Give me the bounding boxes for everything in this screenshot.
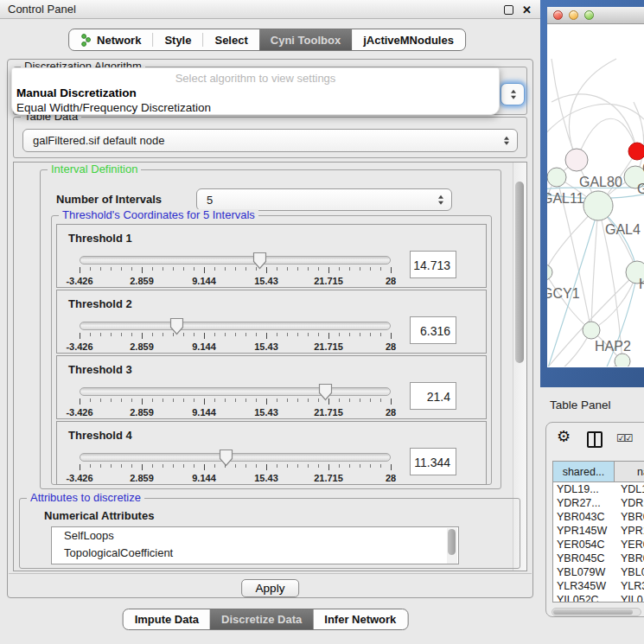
popup-option-manual-discretization[interactable]: Manual Discretization <box>16 86 137 99</box>
zoom-traffic-light-icon[interactable] <box>584 10 594 20</box>
threshold-value-field[interactable]: 14.713 <box>410 251 456 278</box>
list-item[interactable]: SelfLoops <box>52 527 458 545</box>
tick-mark <box>391 464 392 470</box>
columns-icon[interactable] <box>587 431 603 448</box>
slider-track[interactable] <box>80 387 391 396</box>
list-scrollbar[interactable] <box>447 528 457 564</box>
network-node-gal4[interactable] <box>583 191 613 220</box>
node-attribute-table[interactable]: shared... na YDL19...YDL1YDR27...YDR2YBR… <box>552 461 644 603</box>
tick-mark <box>142 333 143 339</box>
combobox-stepper-icon <box>438 195 443 205</box>
tab-select[interactable]: Select <box>203 29 258 50</box>
apply-button[interactable]: Apply <box>241 579 300 597</box>
horizontal-scrollbar[interactable] <box>552 608 641 616</box>
tick-mark <box>204 464 205 470</box>
popup-prompt-item[interactable]: Select algorithm to view settings <box>12 72 499 85</box>
network-node-c[interactable] <box>628 143 644 160</box>
bottom-tab-impute-data[interactable]: Impute Data <box>124 609 210 629</box>
threshold-slider[interactable]: -3.4262.8599.14415.4321.71528 <box>80 254 391 285</box>
slider-track[interactable] <box>80 322 391 330</box>
interval-definition-group: Interval Definition Number of Intervals … <box>40 169 501 489</box>
number-of-intervals-value: 5 <box>207 194 213 207</box>
popup-option-equal-width-frequency[interactable]: Equal Width/Frequency Discretization <box>16 101 211 114</box>
numerical-attributes-label: Numerical Attributes <box>44 509 154 522</box>
bottom-tab-infer-network[interactable]: Infer Network <box>313 609 407 629</box>
network-node-gcy1[interactable] <box>547 265 552 280</box>
tick-label: 21.715 <box>314 473 343 483</box>
interval-definition-label: Interval Definition <box>48 163 141 175</box>
tick-mark <box>214 399 215 402</box>
slider-track[interactable] <box>80 453 391 462</box>
select-columns-checkboxes-icon[interactable]: ☑☑ <box>616 432 632 444</box>
tab-style[interactable]: Style <box>153 29 202 50</box>
threshold-slider[interactable]: -3.4262.8599.14415.4321.71528 <box>80 320 391 351</box>
tick-mark <box>297 333 298 336</box>
tick-mark <box>349 267 350 271</box>
tick-mark <box>287 464 288 468</box>
tab-jactivemnodules[interactable]: jActiveMNodules <box>352 29 465 50</box>
algorithm-combobox[interactable] <box>501 83 525 105</box>
close-traffic-light-icon[interactable] <box>553 10 563 20</box>
table-row[interactable]: YLR345WYLR3 <box>553 579 644 593</box>
tick-mark <box>163 464 163 468</box>
list-scrollbar-thumb[interactable] <box>448 529 456 555</box>
threshold-label: Threshold 1 <box>68 232 132 245</box>
network-node[interactable] <box>615 354 630 367</box>
tick-mark <box>339 267 340 271</box>
list-item[interactable]: TopologicalCoefficient <box>52 545 458 562</box>
threshold-slider[interactable]: -3.4262.8599.14415.4321.71528 <box>80 451 391 482</box>
threshold-slider[interactable]: -3.4262.8599.14415.4321.71528 <box>80 386 391 417</box>
tick-mark <box>163 399 163 402</box>
network-edge <box>569 59 616 160</box>
tab-cyni-toolbox[interactable]: Cyni Toolbox <box>259 29 352 50</box>
algorithm-dropdown-popup: Select algorithm to view settings Manual… <box>11 67 500 115</box>
tab-network[interactable]: Network <box>69 29 152 50</box>
tick-mark <box>245 267 246 271</box>
tick-label: -3.426 <box>66 407 92 418</box>
float-window-icon[interactable] <box>504 5 513 15</box>
network-node-gal80[interactable] <box>565 149 588 171</box>
slider-tick-labels: -3.4262.8599.14415.4321.71528 <box>80 473 391 483</box>
threshold-value-field[interactable]: 6.316 <box>410 316 456 344</box>
slider-track[interactable] <box>80 256 391 265</box>
table-row[interactable]: YBR043CYBR0 <box>553 510 644 524</box>
tick-mark <box>80 399 80 405</box>
bottom-tab-discretize-data[interactable]: Discretize Data <box>210 609 313 629</box>
list-item[interactable]: BetweennessCentrality <box>52 562 458 564</box>
tick-mark <box>194 333 194 336</box>
threshold-value-field[interactable]: 11.344 <box>410 448 456 475</box>
table-row[interactable]: YBL079WYBL0 <box>553 565 644 579</box>
column-header-shared-name[interactable]: shared... <box>553 462 615 481</box>
tick-label: 28 <box>386 276 396 286</box>
tick-mark <box>121 267 122 271</box>
network-node-gal11[interactable] <box>547 168 566 187</box>
control-panel-title: Control Panel <box>8 3 76 16</box>
tick-mark <box>235 267 236 271</box>
column-header-name[interactable]: na <box>615 462 644 481</box>
network-node-hap2[interactable] <box>583 322 600 339</box>
slider-tick-labels: -3.4262.8599.14415.4321.71528 <box>80 407 391 418</box>
scrollbar-thumb[interactable] <box>515 182 524 363</box>
table-row[interactable]: YBR045CYBR0 <box>553 552 644 565</box>
numerical-attributes-list[interactable]: SelfLoopsTopologicalCoefficientBetweenne… <box>51 526 459 564</box>
table-data-combobox[interactable]: galFiltered.sif default node <box>22 129 518 152</box>
cell-name: YDR2 <box>614 496 644 510</box>
network-canvas[interactable]: GAL80GACGAL11GAL4GCY1HHAP2 <box>547 24 644 367</box>
tick-mark <box>121 333 122 336</box>
table-row[interactable]: YIL052CYIL0 <box>553 593 644 603</box>
threshold-value-field[interactable]: 21.4 <box>410 382 456 410</box>
table-row[interactable]: YDL19...YDL1 <box>553 482 644 496</box>
cell-shared-name: YBR045C <box>553 552 614 565</box>
close-icon[interactable]: ✕ <box>522 4 532 16</box>
tick-mark <box>204 267 205 273</box>
tick-mark <box>90 267 91 271</box>
horizontal-scrollbar-thumb[interactable] <box>553 609 633 615</box>
table-row[interactable]: YER054CYER0 <box>553 538 644 552</box>
tick-mark <box>235 399 236 402</box>
minimize-traffic-light-icon[interactable] <box>569 10 578 20</box>
tick-mark <box>256 333 257 336</box>
table-row[interactable]: YDR27...YDR2 <box>553 496 644 510</box>
gear-icon[interactable]: ⚙ <box>557 429 571 444</box>
cyni-toolbox-panel: Discretization Algorithm Table Data galF… <box>7 59 533 598</box>
table-row[interactable]: YPR145WYPR1 <box>553 524 644 538</box>
